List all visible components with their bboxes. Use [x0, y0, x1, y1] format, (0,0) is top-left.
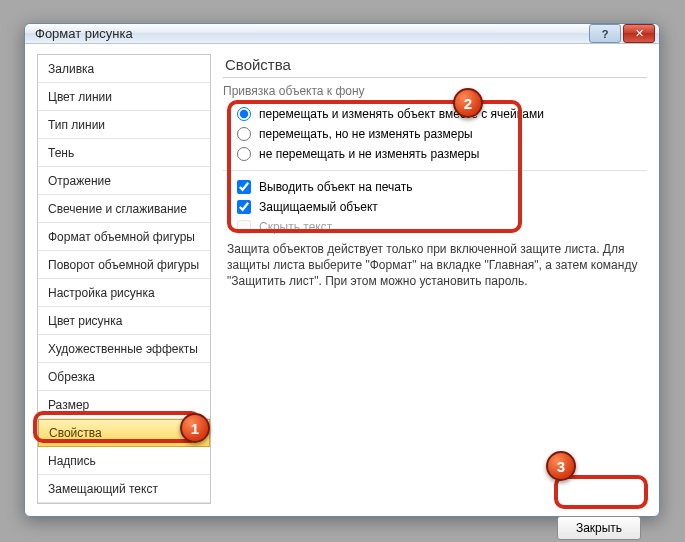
sidebar-item-label: Заливка: [48, 62, 94, 76]
radio-label: перемещать и изменять объект вместе с яч…: [259, 107, 544, 121]
sidebar-item-label: Цвет рисунка: [48, 314, 122, 328]
sidebar-item-line-type[interactable]: Тип линии: [38, 111, 210, 139]
callout-badge-2: 2: [453, 88, 483, 118]
radio-label: перемещать, но не изменять размеры: [259, 127, 473, 141]
group-label-positioning: Привязка объекта к фону: [223, 84, 647, 98]
radio-no-move-no-size[interactable]: не перемещать и не изменять размеры: [223, 144, 647, 164]
check-hide-text: Скрыть текст: [223, 217, 647, 237]
close-icon: ✕: [635, 27, 644, 40]
sidebar-item-label: Формат объемной фигуры: [48, 230, 195, 244]
sidebar-item-artistic-effects[interactable]: Художественные эффекты: [38, 335, 210, 363]
sidebar-item-3d-rotation[interactable]: Поворот объемной фигуры: [38, 251, 210, 279]
pane-title: Свойства: [223, 54, 647, 78]
format-picture-dialog: Формат рисунка ? ✕ Заливка Цвет линии Ти…: [24, 23, 660, 517]
sidebar-item-label: Замещающий текст: [48, 482, 158, 496]
help-icon: ?: [602, 28, 609, 40]
protection-note: Защита объектов действует только при вкл…: [223, 237, 647, 290]
radio-input[interactable]: [237, 127, 251, 141]
sidebar-item-shadow[interactable]: Тень: [38, 139, 210, 167]
help-button[interactable]: ?: [589, 24, 621, 43]
sidebar-item-3d-format[interactable]: Формат объемной фигуры: [38, 223, 210, 251]
sidebar-item-label: Отражение: [48, 174, 111, 188]
radio-label: не перемещать и не изменять размеры: [259, 147, 479, 161]
sidebar-item-label: Тень: [48, 146, 74, 160]
sidebar-item-label: Поворот объемной фигуры: [48, 258, 199, 272]
sidebar-item-textbox[interactable]: Надпись: [38, 447, 210, 475]
close-window-button[interactable]: ✕: [623, 24, 655, 43]
checkbox-label: Защищаемый объект: [259, 200, 378, 214]
radio-move-no-size[interactable]: перемещать, но не изменять размеры: [223, 124, 647, 144]
sidebar-item-alt-text[interactable]: Замещающий текст: [38, 475, 210, 503]
sidebar-item-fill[interactable]: Заливка: [38, 55, 210, 83]
sidebar-item-line-color[interactable]: Цвет линии: [38, 83, 210, 111]
checkbox-label: Выводить объект на печать: [259, 180, 412, 194]
checkbox-label: Скрыть текст: [259, 220, 332, 234]
radio-move-and-size[interactable]: перемещать и изменять объект вместе с яч…: [223, 104, 647, 124]
sidebar-item-reflection[interactable]: Отражение: [38, 167, 210, 195]
sidebar-item-label: Размер: [48, 398, 89, 412]
sidebar-item-label: Свойства: [49, 426, 102, 440]
checkbox-input[interactable]: [237, 200, 251, 214]
checkbox-input: [237, 220, 251, 234]
sidebar-item-label: Надпись: [48, 454, 96, 468]
separator: [223, 170, 647, 171]
dialog-footer: Закрыть: [25, 516, 659, 542]
close-button[interactable]: Закрыть: [557, 516, 641, 540]
sidebar-item-picture-color[interactable]: Цвет рисунка: [38, 307, 210, 335]
sidebar-item-glow[interactable]: Свечение и сглаживание: [38, 195, 210, 223]
callout-badge-1: 1: [180, 413, 210, 443]
check-print-object[interactable]: Выводить объект на печать: [223, 177, 647, 197]
sidebar-item-label: Свечение и сглаживание: [48, 202, 187, 216]
radio-input[interactable]: [237, 147, 251, 161]
sidebar-item-size[interactable]: Размер: [38, 391, 210, 419]
callout-badge-3: 3: [546, 451, 576, 481]
sidebar-item-label: Тип линии: [48, 118, 105, 132]
check-locked[interactable]: Защищаемый объект: [223, 197, 647, 217]
checkbox-input[interactable]: [237, 180, 251, 194]
properties-pane: Свойства Привязка объекта к фону перемещ…: [223, 54, 647, 504]
sidebar-item-crop[interactable]: Обрезка: [38, 363, 210, 391]
titlebar: Формат рисунка ? ✕: [25, 24, 659, 44]
sidebar-item-label: Обрезка: [48, 370, 95, 384]
sidebar-item-label: Художественные эффекты: [48, 342, 198, 356]
window-title: Формат рисунка: [35, 26, 587, 41]
radio-input[interactable]: [237, 107, 251, 121]
sidebar-item-picture-corrections[interactable]: Настройка рисунка: [38, 279, 210, 307]
sidebar-item-label: Настройка рисунка: [48, 286, 155, 300]
dialog-body: Заливка Цвет линии Тип линии Тень Отраже…: [25, 44, 659, 516]
sidebar-item-label: Цвет линии: [48, 90, 112, 104]
